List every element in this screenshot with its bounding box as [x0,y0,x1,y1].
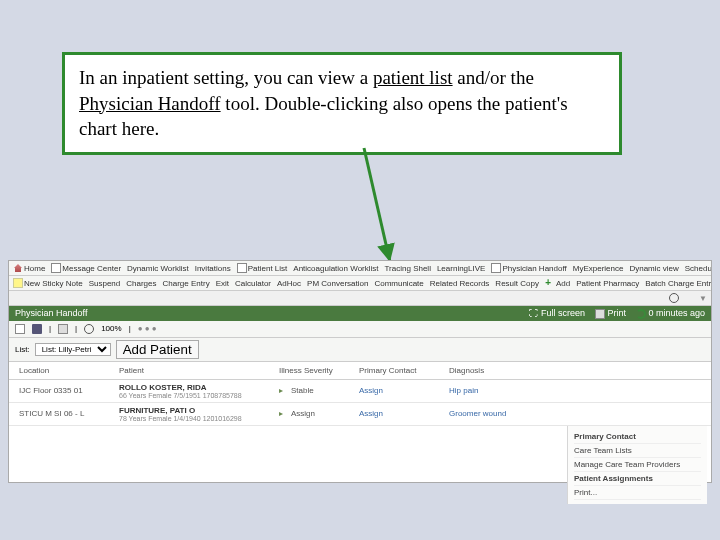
sticky-note-icon [13,278,23,288]
svg-line-0 [364,148,390,262]
nav-dynamic-worklist[interactable]: Dynamic Worklist [127,264,189,273]
column-headers: Location Patient Illness Severity Primar… [9,362,711,380]
home-icon [13,263,23,273]
btn-batch-charge[interactable]: Batch Charge Entry [645,279,711,288]
search-row: ▼ [9,291,711,306]
section-title: Physician Handoff [15,308,87,318]
plus-icon: + [545,278,555,288]
section-header: Physician Handoff ⛶ Full screen Print 0 … [9,306,711,321]
last-refresh[interactable]: 0 minutes ago [636,308,705,319]
ehr-window: Home Message Center Dynamic Worklist Inv… [8,260,712,483]
btn-new-sticky[interactable]: New Sticky Note [13,278,83,288]
add-patient-button[interactable]: Add Patient [116,340,199,359]
callout-underline-patient-list: patient list [373,67,453,88]
cell-patient: FURNITURE, PATI O 78 Years Female 1/4/19… [119,406,279,422]
cell-location: IJC Floor 0335 01 [19,386,119,395]
btn-patient-pharmacy[interactable]: Patient Pharmacy [576,279,639,288]
nav-message-center[interactable]: Message Center [51,263,121,273]
callout-underline-physician-handoff: Physician Handoff [79,93,221,114]
expand-icon[interactable]: ▸ [279,409,291,418]
btn-calculator[interactable]: Calculator [235,279,271,288]
cell-location: STICU M SI 06 - L [19,409,119,418]
btn-charge-entry[interactable]: Charge Entry [163,279,210,288]
btn-pm-conversation[interactable]: PM Conversation [307,279,368,288]
list-select-row: List: List: Lilly-Petri Add Patient [9,338,711,362]
patient-row[interactable]: IJC Floor 0335 01 ROLLO KOSTER, RIDA 66 … [9,380,711,403]
save-icon[interactable] [32,324,42,334]
side-primary-contact[interactable]: Primary Contact [574,430,701,444]
controls-bar: | | 100% | ● ● ● [9,321,711,338]
list-icon [237,263,247,273]
nav-patient-list[interactable]: Patient List [237,263,288,273]
side-panel: Primary Contact Care Team Lists Manage C… [567,426,707,504]
btn-result-copy[interactable]: Result Copy [495,279,539,288]
callout-text-1: In an inpatient setting, you can view a [79,67,373,88]
instruction-callout: In an inpatient setting, you can view a … [62,52,622,155]
btn-communicate[interactable]: Communicate [374,279,423,288]
main-panel: Location Patient Illness Severity Primar… [9,362,711,482]
expand-icon[interactable]: ▸ [279,386,291,395]
side-patient-assignments[interactable]: Patient Assignments [574,472,701,486]
print-icon [595,309,605,319]
cell-primary-contact[interactable]: Assign [359,409,449,418]
nav-dynamic-view[interactable]: Dynamic view [629,264,678,273]
nav-invitations[interactable]: Invitations [195,264,231,273]
btn-charges[interactable]: Charges [126,279,156,288]
btn-fullscreen[interactable]: ⛶ Full screen [529,308,585,319]
btn-adhoc[interactable]: AdHoc [277,279,301,288]
callout-text-2: and/or the [453,67,534,88]
side-care-team-lists[interactable]: Care Team Lists [574,444,701,458]
patient-name: ROLLO KOSTER, RIDA [119,383,279,392]
refresh-icon [636,309,646,319]
side-print[interactable]: Print... [574,486,701,500]
toolbar-row-2: New Sticky Note Suspend Charges Charge E… [9,276,711,291]
btn-exit[interactable]: Exit [216,279,229,288]
patient-meta: 66 Years Female 7/5/1951 1708785788 [119,392,279,399]
nav-myexperience[interactable]: MyExperience [573,264,624,273]
nav-home[interactable]: Home [13,263,45,273]
zoom-icon[interactable] [84,324,94,334]
btn-add[interactable]: +Add [545,278,570,288]
col-diagnosis[interactable]: Diagnosis [449,366,549,375]
toolbar-row-1: Home Message Center Dynamic Worklist Inv… [9,261,711,276]
list-label: List: [15,345,30,354]
btn-related-records[interactable]: Related Records [430,279,490,288]
col-primary-contact[interactable]: Primary Contact [359,366,449,375]
nav-learninglive[interactable]: LearningLIVE [437,264,485,273]
patient-row[interactable]: STICU M SI 06 - L FURNITURE, PATI O 78 Y… [9,403,711,426]
print-small-icon[interactable] [58,324,68,334]
zoom-level[interactable]: 100% [101,324,121,333]
col-patient[interactable]: Patient [119,366,279,375]
handoff-icon [491,263,501,273]
list-dropdown[interactable]: List: Lilly-Petri [35,343,111,356]
col-location[interactable]: Location [19,366,119,375]
cell-primary-contact[interactable]: Assign [359,386,449,395]
cell-severity[interactable]: Stable [291,386,359,395]
cell-diagnosis[interactable]: Groomer wound [449,409,549,418]
nav-scheduling[interactable]: Scheduling [685,264,711,273]
patient-meta: 78 Years Female 1/4/1940 1201016298 [119,415,279,422]
cell-patient: ROLLO KOSTER, RIDA 66 Years Female 7/5/1… [119,383,279,399]
nav-tracing-shell[interactable]: Tracing Shell [385,264,431,273]
side-manage-providers[interactable]: Manage Care Team Providers [574,458,701,472]
cell-severity[interactable]: Assign [291,409,359,418]
btn-print[interactable]: Print [595,308,626,319]
cell-diagnosis[interactable]: Hip pain [449,386,549,395]
nav-anticoagulation[interactable]: Anticoagulation Worklist [293,264,378,273]
view-icon[interactable] [15,324,25,334]
message-icon [51,263,61,273]
patient-name: FURNITURE, PATI O [119,406,279,415]
btn-suspend[interactable]: Suspend [89,279,121,288]
search-icon[interactable] [669,293,679,303]
nav-physician-handoff[interactable]: Physician Handoff [491,263,566,273]
col-severity[interactable]: Illness Severity [279,366,359,375]
